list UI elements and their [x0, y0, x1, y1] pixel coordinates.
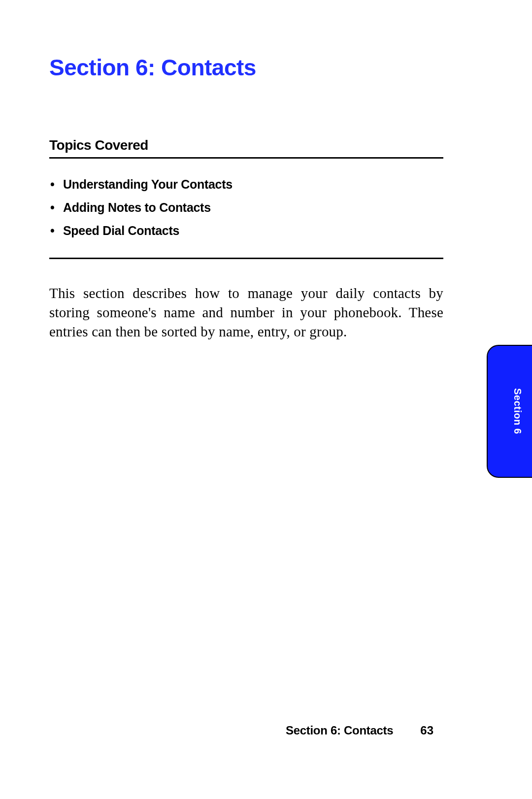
- list-item: Speed Dial Contacts: [49, 224, 443, 238]
- divider-top: [49, 157, 443, 159]
- divider-bottom: [49, 258, 443, 259]
- list-item: Adding Notes to Contacts: [49, 200, 443, 215]
- topics-heading: Topics Covered: [49, 137, 443, 153]
- footer-section-label: Section 6: Contacts: [286, 724, 393, 737]
- body-paragraph: This section describes how to manage you…: [49, 284, 443, 341]
- section-tab-label: Section 6: [512, 388, 523, 434]
- page-content: Section 6: Contacts Topics Covered Under…: [0, 0, 532, 341]
- list-item: Understanding Your Contacts: [49, 177, 443, 192]
- page-footer: Section 6: Contacts 63: [286, 724, 433, 737]
- footer-page-number: 63: [420, 724, 433, 737]
- section-title: Section 6: Contacts: [49, 54, 443, 81]
- topics-list: Understanding Your Contacts Adding Notes…: [49, 177, 443, 238]
- section-tab: Section 6: [487, 345, 532, 478]
